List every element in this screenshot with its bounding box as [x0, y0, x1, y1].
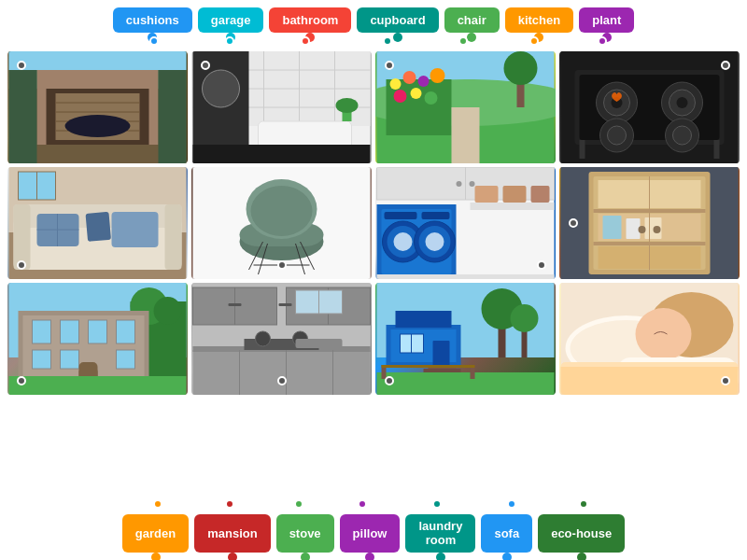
svg-rect-124 [117, 320, 135, 343]
image-garden[interactable] [375, 51, 556, 163]
svg-point-157 [511, 304, 539, 332]
svg-rect-139 [229, 303, 242, 306]
label-garden[interactable]: garden [122, 514, 189, 553]
svg-point-36 [394, 90, 407, 103]
image-garage[interactable] [7, 51, 188, 163]
svg-rect-66 [86, 212, 112, 242]
svg-point-35 [430, 68, 445, 83]
label-sofa[interactable]: sofa [481, 514, 532, 553]
svg-point-32 [390, 78, 402, 90]
svg-rect-56 [714, 140, 720, 159]
image-chair[interactable] [191, 167, 372, 279]
svg-point-74 [251, 186, 313, 236]
label-mansion[interactable]: mansion [194, 514, 270, 553]
top-labels-row: cushions garage bathroom cupboard chair … [7, 7, 740, 33]
svg-rect-144 [193, 350, 371, 395]
svg-rect-122 [61, 320, 79, 343]
svg-rect-123 [89, 320, 107, 343]
svg-rect-152 [296, 339, 343, 348]
svg-point-34 [418, 76, 430, 87]
svg-point-93 [394, 232, 413, 251]
svg-point-38 [425, 91, 438, 105]
label-plant[interactable]: plant [579, 7, 634, 33]
svg-rect-64 [165, 204, 182, 270]
svg-point-9 [65, 115, 131, 137]
svg-rect-166 [377, 372, 555, 395]
svg-rect-169 [382, 365, 475, 368]
svg-rect-108 [603, 216, 622, 239]
image-cupboard[interactable] [559, 167, 740, 279]
svg-point-83 [457, 181, 462, 187]
svg-point-118 [154, 297, 182, 325]
label-stove[interactable]: stove [276, 514, 334, 553]
image-bathroom[interactable] [191, 51, 372, 163]
image-stove[interactable] [559, 51, 740, 163]
image-laundry-room[interactable] [375, 167, 556, 279]
image-kitchen[interactable] [191, 283, 372, 395]
svg-rect-87 [503, 186, 527, 203]
label-chair[interactable]: chair [444, 7, 500, 33]
svg-rect-86 [475, 186, 499, 203]
image-mansion[interactable] [7, 283, 188, 395]
label-cushions[interactable]: cushions [113, 7, 192, 33]
svg-rect-25 [193, 145, 371, 163]
svg-rect-88 [531, 186, 550, 203]
svg-rect-99 [377, 274, 555, 279]
svg-rect-162 [433, 341, 450, 367]
svg-rect-55 [580, 140, 585, 159]
svg-rect-125 [33, 350, 51, 369]
svg-rect-127 [117, 350, 135, 369]
label-kitchen[interactable]: kitchen [505, 7, 574, 33]
svg-point-41 [504, 51, 538, 85]
svg-point-54 [673, 126, 692, 145]
bottom-labels-row: garden mansion stove pillow laundryroom … [7, 514, 740, 553]
svg-rect-97 [385, 212, 417, 219]
svg-point-27 [336, 98, 359, 113]
app-container: cushions garage bathroom cupboard chair … [0, 0, 747, 560]
svg-point-150 [256, 331, 271, 346]
svg-point-33 [403, 71, 416, 84]
svg-rect-165 [396, 311, 452, 328]
svg-rect-12 [9, 51, 187, 70]
svg-point-96 [426, 232, 444, 251]
svg-point-113 [654, 226, 661, 233]
svg-rect-164 [424, 369, 461, 372]
label-pillow[interactable]: pillow [340, 514, 401, 553]
label-laundry-room[interactable]: laundryroom [405, 514, 475, 553]
svg-rect-177 [561, 367, 739, 395]
svg-rect-140 [279, 303, 292, 306]
svg-point-174 [636, 308, 692, 360]
svg-point-24 [203, 70, 240, 107]
label-bathroom[interactable]: bathroom [269, 7, 351, 33]
svg-rect-85 [471, 203, 555, 210]
images-grid [7, 51, 740, 496]
svg-rect-39 [452, 107, 480, 163]
svg-rect-98 [422, 212, 450, 219]
label-eco-house[interactable]: eco-house [538, 514, 625, 553]
label-cupboard[interactable]: cupboard [357, 7, 438, 33]
svg-rect-132 [9, 376, 187, 395]
svg-point-50 [677, 97, 688, 108]
svg-point-52 [608, 126, 627, 145]
svg-rect-126 [61, 350, 79, 369]
label-garage[interactable]: garage [198, 7, 264, 33]
svg-point-37 [411, 88, 422, 99]
image-cushions-sofa[interactable] [7, 167, 188, 279]
image-pillow-sleeping[interactable] [559, 283, 740, 395]
svg-point-84 [470, 181, 475, 187]
image-eco-house[interactable] [375, 283, 556, 395]
svg-rect-121 [33, 320, 51, 343]
svg-point-112 [639, 226, 646, 233]
svg-rect-109 [627, 218, 641, 239]
svg-rect-67 [112, 212, 159, 247]
